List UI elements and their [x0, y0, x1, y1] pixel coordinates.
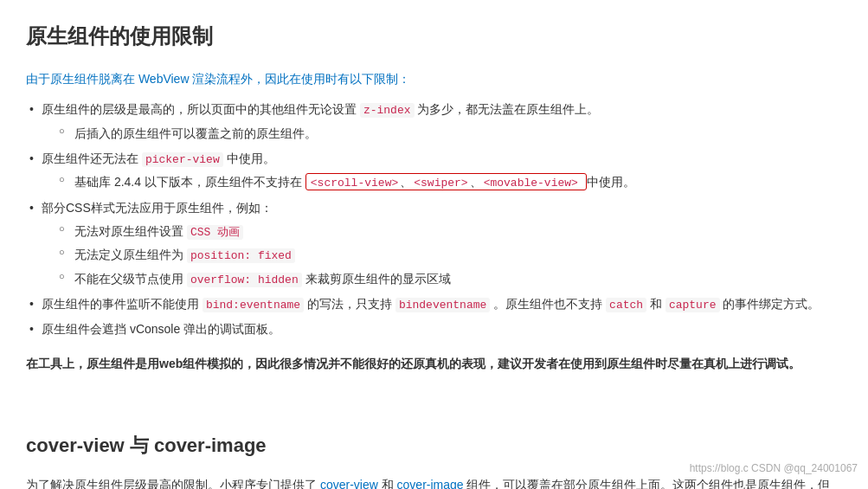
code-bindeventname: bindeventname — [395, 298, 490, 312]
code-picker-view: picker-view — [142, 152, 223, 167]
code-css-animation: CSS 动画 — [187, 225, 243, 240]
code-catch: catch — [606, 298, 646, 312]
sub-list-2: 基础库 2.4.4 以下版本，原生组件不支持在 <scroll-view>、<s… — [59, 171, 842, 193]
list-item-3: 部分CSS样式无法应用于原生组件，例如： 无法对原生组件设置 CSS 动画 无法… — [26, 197, 842, 290]
code-swiper: <swiper> — [412, 177, 469, 190]
list-item-4-text: 原生组件的事件监听不能使用 bind:eventname 的写法，只支持 bin… — [42, 297, 820, 311]
list-item-5: 原生组件会遮挡 vConsole 弹出的调试面板。 — [26, 318, 842, 340]
section2-intro-before: 为了解决原生组件层级最高的限制。小程序专门提供了 — [26, 478, 320, 489]
sub-list-1: 后插入的原生组件可以覆盖之前的原生组件。 — [59, 123, 842, 145]
code-bind-eventname: bind:eventname — [203, 298, 304, 312]
highlight-scroll-swiper-movable: <scroll-view>、<swiper>、<movable-view> — [305, 173, 587, 190]
code-overflow-hidden: overflow: hidden — [187, 273, 302, 287]
code-scroll-view: <scroll-view> — [309, 177, 400, 190]
cover-view-link[interactable]: cover-view — [320, 478, 378, 489]
sub-item-3-3: 不能在父级节点使用 overflow: hidden 来裁剪原生组件的显示区域 — [59, 268, 842, 290]
intro-text: 由于原生组件脱离在 WebView 渲染流程外，因此在使用时有以下限制： — [26, 68, 842, 90]
section2-and: 和 — [378, 478, 397, 489]
list-item-2-text: 原生组件还无法在 picker-view 中使用。 — [42, 151, 275, 165]
list-item-3-text: 部分CSS样式无法应用于原生组件，例如： — [42, 201, 273, 215]
separator — [26, 380, 842, 397]
section2-title: cover-view 与 cover-image — [26, 428, 842, 463]
code-position-fixed: position: fixed — [187, 248, 295, 263]
sub-item-3-2: 无法定义原生组件为 position: fixed — [59, 244, 842, 266]
sub-item-3-1: 无法对原生组件设置 CSS 动画 — [59, 221, 842, 242]
code-z-index: z-index — [360, 103, 415, 118]
code-capture: capture — [665, 298, 720, 312]
sub-item-1-1: 后插入的原生组件可以覆盖之前的原生组件。 — [59, 123, 842, 145]
list-item-1: 原生组件的层级是最高的，所以页面中的其他组件无论设置 z-index 为多少，都… — [26, 99, 842, 145]
code-movable-view: <movable-view> — [482, 177, 580, 190]
main-list: 原生组件的层级是最高的，所以页面中的其他组件无论设置 z-index 为多少，都… — [26, 99, 842, 340]
page-title: 原生组件的使用限制 — [26, 17, 842, 55]
list-item-1-text: 原生组件的层级是最高的，所以页面中的其他组件无论设置 z-index 为多少，都… — [42, 102, 599, 116]
sub-list-3: 无法对原生组件设置 CSS 动画 无法定义原生组件为 position: fix… — [59, 221, 842, 290]
list-item-4: 原生组件的事件监听不能使用 bind:eventname 的写法，只支持 bin… — [26, 293, 842, 315]
list-item-2: 原生组件还无法在 picker-view 中使用。 基础库 2.4.4 以下版本… — [26, 148, 842, 194]
list-item-5-text: 原生组件会遮挡 vConsole 弹出的调试面板。 — [42, 322, 280, 336]
cover-image-link[interactable]: cover-image — [397, 478, 464, 489]
watermark: https://blog.c CSDN @qq_24001067 — [690, 460, 858, 479]
warning-text: 在工具上，原生组件是用web组件模拟的，因此很多情况并不能很好的还原真机的表现，… — [26, 353, 842, 375]
sub-item-2-1: 基础库 2.4.4 以下版本，原生组件不支持在 <scroll-view>、<s… — [59, 171, 842, 193]
